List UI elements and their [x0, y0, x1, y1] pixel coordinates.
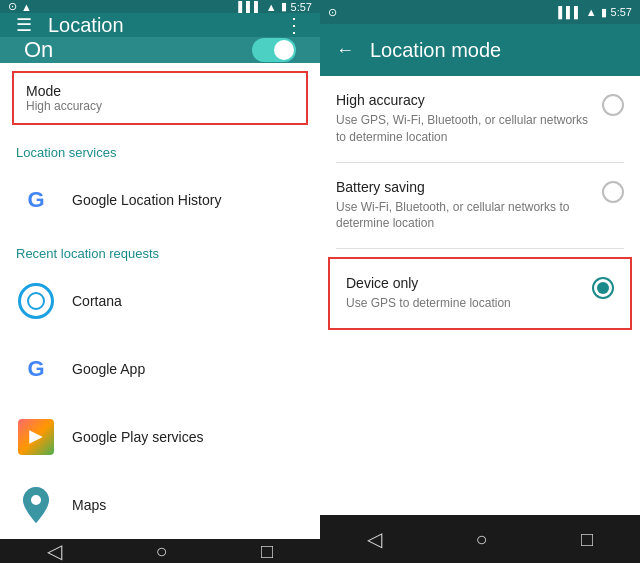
right-battery-icon: ▮	[601, 6, 607, 19]
mode-title: Mode	[26, 83, 294, 99]
maps-pin-icon	[18, 487, 54, 523]
left-panel: ⊙ ▲ ▌▌▌ ▲ ▮ 5:57 Location On Mode High a…	[0, 0, 320, 563]
back-icon[interactable]	[336, 40, 354, 61]
high-accuracy-desc: Use GPS, Wi-Fi, Bluetooth, or cellular n…	[336, 112, 590, 146]
status-bar-left: ⊙ ▲ ▌▌▌ ▲ ▮ 5:57	[0, 0, 320, 13]
google-app-label: Google App	[72, 361, 145, 377]
right-top-bar: Location mode	[320, 24, 640, 76]
location-mode-list: High accuracy Use GPS, Wi-Fi, Bluetooth,…	[320, 76, 640, 515]
cortana-circle-icon	[18, 283, 54, 319]
google-app-icon: G	[16, 349, 56, 389]
device-only-radio[interactable]	[592, 277, 614, 299]
right-recent-nav-icon[interactable]: □	[581, 528, 593, 551]
battery-saving-radio[interactable]	[602, 181, 624, 203]
google-play-label: Google Play services	[72, 429, 204, 445]
location-toggle[interactable]	[252, 38, 296, 62]
high-accuracy-content: High accuracy Use GPS, Wi-Fi, Bluetooth,…	[336, 92, 590, 146]
right-page-title: Location mode	[370, 39, 624, 62]
battery-icon: ▮	[281, 0, 287, 13]
google-icon: G	[27, 187, 44, 213]
google-location-history-label: Google Location History	[72, 192, 221, 208]
recent-requests-header: Recent location requests	[0, 234, 320, 267]
google-app-g-icon: G	[27, 356, 44, 382]
high-accuracy-item[interactable]: High accuracy Use GPS, Wi-Fi, Bluetooth,…	[320, 76, 640, 162]
device-only-title: Device only	[346, 275, 580, 291]
right-status-bar: ⊙ ▌▌▌ ▲ ▮ 5:57	[320, 0, 640, 24]
signal-icon: ▌▌▌	[238, 1, 261, 13]
right-time-display: 5:57	[611, 6, 632, 18]
left-top-bar: Location	[0, 13, 320, 37]
right-panel: ⊙ ▌▌▌ ▲ ▮ 5:57 Location mode High accura…	[320, 0, 640, 563]
page-title: Location	[48, 14, 284, 37]
mode-section[interactable]: Mode High accuracy	[12, 71, 308, 125]
left-nav-bar: ◁ ○ □	[0, 539, 320, 563]
wifi-signal-icon: ▲	[266, 1, 277, 13]
toggle-row: On	[0, 37, 320, 63]
location-services-header: Location services	[0, 133, 320, 166]
google-play-icon	[16, 417, 56, 457]
cortana-item[interactable]: Cortana	[0, 267, 320, 335]
location-status-icon: ⊙	[8, 0, 17, 13]
cortana-label: Cortana	[72, 293, 122, 309]
right-signal-icon: ▌▌▌	[558, 6, 581, 18]
mode-subtitle: High accuracy	[26, 99, 294, 113]
google-app-item[interactable]: G Google App	[0, 335, 320, 403]
cortana-inner-circle	[27, 292, 45, 310]
status-bar-left-icons: ⊙ ▲	[8, 0, 32, 13]
battery-saving-content: Battery saving Use Wi-Fi, Bluetooth, or …	[336, 179, 590, 233]
radio-divider-2	[336, 248, 624, 249]
home-nav-icon[interactable]: ○	[155, 540, 167, 563]
right-nav-bar: ◁ ○ □	[320, 515, 640, 563]
play-store-icon	[18, 419, 54, 455]
hamburger-icon[interactable]	[16, 14, 32, 36]
google-location-history-item[interactable]: G Google Location History	[0, 166, 320, 234]
google-play-item[interactable]: Google Play services	[0, 403, 320, 471]
device-only-content: Device only Use GPS to determine locatio…	[346, 275, 580, 312]
right-wifi-icon: ▲	[586, 6, 597, 18]
google-location-history-icon: G	[16, 180, 56, 220]
device-only-desc: Use GPS to determine location	[346, 295, 580, 312]
maps-label: Maps	[72, 497, 106, 513]
right-back-nav-icon[interactable]: ◁	[367, 527, 382, 551]
high-accuracy-radio[interactable]	[602, 94, 624, 116]
right-location-icon: ⊙	[328, 6, 337, 19]
status-bar-right-icons: ▌▌▌ ▲ ▮ 5:57	[238, 0, 312, 13]
right-home-nav-icon[interactable]: ○	[475, 528, 487, 551]
device-only-item[interactable]: Device only Use GPS to determine locatio…	[328, 257, 632, 330]
battery-saving-title: Battery saving	[336, 179, 590, 195]
wifi-icon: ▲	[21, 1, 32, 13]
time-display: 5:57	[291, 1, 312, 13]
recent-nav-icon[interactable]: □	[261, 540, 273, 563]
back-nav-icon[interactable]: ◁	[47, 539, 62, 563]
right-status-left: ⊙	[328, 6, 337, 19]
svg-point-0	[31, 495, 41, 505]
maps-icon	[16, 485, 56, 525]
high-accuracy-title: High accuracy	[336, 92, 590, 108]
toggle-label: On	[24, 37, 53, 63]
right-status-right: ▌▌▌ ▲ ▮ 5:57	[558, 6, 632, 19]
battery-saving-item[interactable]: Battery saving Use Wi-Fi, Bluetooth, or …	[320, 163, 640, 249]
more-icon[interactable]	[284, 13, 304, 37]
maps-item[interactable]: Maps	[0, 471, 320, 539]
cortana-icon	[16, 281, 56, 321]
battery-saving-desc: Use Wi-Fi, Bluetooth, or cellular networ…	[336, 199, 590, 233]
